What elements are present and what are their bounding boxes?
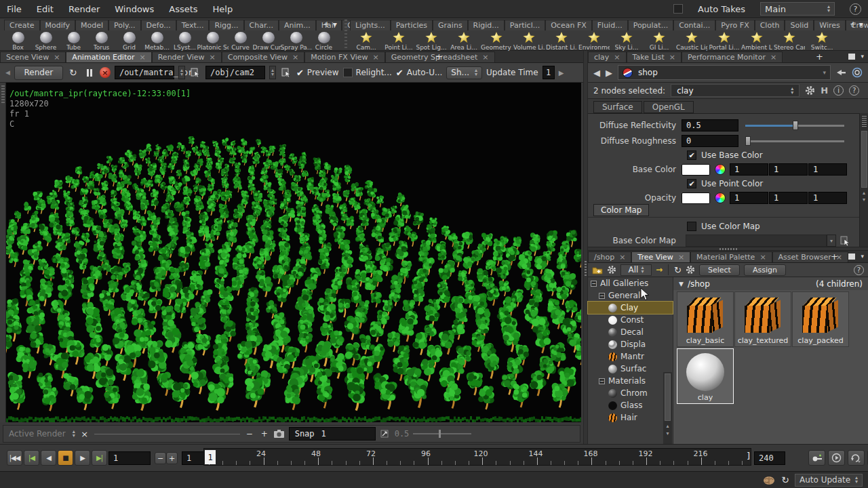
- diffuse-reflectivity-slider[interactable]: [745, 121, 844, 130]
- follow-selection-icon[interactable]: [852, 67, 863, 78]
- help-icon[interactable]: ?: [854, 265, 864, 275]
- shelf-tab[interactable]: Defo...: [141, 20, 176, 30]
- rop-spinner[interactable]: ▴▾: [178, 66, 185, 79]
- pane-tab[interactable]: Render View×: [152, 52, 222, 62]
- select-button[interactable]: Select: [699, 264, 740, 276]
- param-folder-tab[interactable]: OpenGL: [644, 101, 694, 113]
- shelf-tool[interactable]: Volume Li...: [513, 32, 545, 51]
- close-icon[interactable]: ×: [373, 53, 379, 62]
- increment-button[interactable]: +: [166, 452, 178, 464]
- tree-item[interactable]: Displa: [588, 338, 673, 350]
- tree-item[interactable]: Surfac: [588, 363, 673, 375]
- color-map-tab[interactable]: Color Map: [593, 204, 649, 216]
- shelf-tool[interactable]: Sky Li...: [610, 32, 643, 51]
- shelf-add-icon[interactable]: + ▾: [321, 20, 339, 29]
- material-tile-clay[interactable]: clay: [677, 348, 734, 404]
- shelf-tab[interactable]: Pyro FX: [715, 20, 755, 30]
- jump-to-start-button[interactable]: |◀◀: [7, 450, 22, 466]
- pane-tab[interactable]: Tree View×: [631, 251, 690, 262]
- pane-tab[interactable]: Material Palette×: [690, 251, 772, 262]
- color-component-field[interactable]: 1: [730, 192, 768, 204]
- gamma-value[interactable]: 0.5: [395, 429, 410, 439]
- shelf-tab[interactable]: Particles: [391, 20, 433, 30]
- close-icon[interactable]: ×: [760, 253, 766, 262]
- camera-spinner[interactable]: ▴▾: [269, 66, 276, 79]
- close-icon[interactable]: ×: [209, 53, 215, 62]
- collapse-tri-icon[interactable]: ▼: [679, 281, 684, 287]
- shelf-tool[interactable]: LSyst...: [171, 32, 199, 51]
- plane-select[interactable]: Active Render: [9, 429, 66, 439]
- shelf-tool[interactable]: Stereo Cam...: [773, 32, 806, 51]
- shelf-tool[interactable]: Torus: [87, 32, 115, 51]
- plane-spinner[interactable]: ▴▾: [73, 430, 75, 438]
- shelf-tab[interactable]: Cloth: [755, 20, 785, 30]
- shelf-tool[interactable]: Cam...: [350, 32, 382, 51]
- shelf-tool[interactable]: Draw Cur...: [254, 32, 282, 51]
- map-dropdown-icon[interactable]: ▾: [827, 235, 836, 247]
- shelf-tab[interactable]: Model: [75, 20, 108, 30]
- menu-item[interactable]: File: [7, 4, 22, 14]
- shelf-tool[interactable]: Point Li...: [382, 32, 415, 51]
- expand-icon[interactable]: ▶: [559, 69, 564, 77]
- shelf-tool[interactable]: Box: [4, 32, 32, 51]
- shelf-tab[interactable]: Contai...: [673, 20, 715, 30]
- close-icon[interactable]: ×: [619, 253, 625, 262]
- color-component-field[interactable]: 1: [769, 163, 808, 176]
- diffuse-roughness-slider[interactable]: [745, 136, 844, 146]
- timeline-ruler[interactable]: 24487296120144168192216 1 ]: [203, 448, 751, 466]
- zoom-out-icon[interactable]: −: [244, 428, 255, 439]
- shelf-tab[interactable]: Poly...: [108, 20, 140, 30]
- play-reverse-button[interactable]: ◀: [41, 450, 56, 466]
- tree-group[interactable]: −Materials: [588, 375, 673, 387]
- pane-menu-icon[interactable]: ▾: [861, 53, 864, 60]
- close-icon[interactable]: ×: [614, 53, 620, 62]
- shelf-tool[interactable]: GI Li...: [643, 32, 675, 51]
- rop-path-field[interactable]: /out/mantra_ipr: [115, 66, 174, 79]
- shelf-tab[interactable]: Solid: [785, 20, 814, 30]
- close-icon[interactable]: ×: [292, 53, 298, 62]
- preview-toggle[interactable]: ✔Preview: [296, 68, 339, 78]
- shelf-tab[interactable]: Text...: [176, 20, 210, 30]
- shelf-tool[interactable]: Environme...: [578, 32, 610, 51]
- color-component-field[interactable]: 1: [808, 192, 847, 204]
- tree-item[interactable]: Decal: [588, 326, 673, 338]
- close-icon[interactable]: ×: [482, 53, 488, 62]
- close-icon[interactable]: ×: [770, 53, 776, 62]
- tree-item[interactable]: Hair: [588, 411, 673, 424]
- info-icon[interactable]: i: [833, 85, 844, 96]
- shelf-tool[interactable]: Grid: [115, 32, 143, 51]
- shelf-tab[interactable]: Rigid...: [468, 20, 505, 30]
- update-time-value[interactable]: 1: [542, 66, 555, 79]
- shelf-tool[interactable]: Distant Li...: [545, 32, 578, 51]
- pane-tab[interactable]: Animation Editor×: [66, 52, 151, 62]
- shelf-tool[interactable]: Spot Lig...: [415, 32, 448, 51]
- shelf-tool[interactable]: Caustic Lig...: [675, 32, 708, 51]
- back-icon[interactable]: ◀: [593, 68, 600, 78]
- assign-button[interactable]: Assign: [744, 264, 786, 276]
- material-tile-clay-basic[interactable]: clay_basic: [677, 291, 734, 347]
- tree-group[interactable]: −General: [588, 289, 673, 302]
- stop-render-icon[interactable]: ×: [100, 67, 111, 78]
- param-folder-tab[interactable]: Surface: [593, 101, 642, 113]
- shelf-tool[interactable]: Area Li...: [448, 32, 480, 51]
- pane-tab[interactable]: Composite View×: [222, 52, 305, 62]
- shelf-tab[interactable]: Populat...: [628, 20, 674, 30]
- pane-tab[interactable]: Performance Monitor×: [682, 52, 783, 62]
- shelf-add-icon[interactable]: + ▾: [848, 20, 865, 29]
- collapse-icon[interactable]: ◀: [5, 69, 10, 76]
- frame-start-field[interactable]: 1: [108, 451, 151, 465]
- shelf-tool[interactable]: Metab...: [143, 32, 171, 51]
- help-icon[interactable]: ?: [849, 85, 859, 96]
- shelf-tab[interactable]: Anim...: [279, 20, 316, 30]
- shelf-tab[interactable]: Lights...: [350, 20, 391, 30]
- shelf-tool[interactable]: Platonic Sol...: [199, 32, 226, 51]
- gear-icon[interactable]: [607, 265, 616, 274]
- pane-tab[interactable]: Scene View×: [0, 52, 66, 62]
- take-select[interactable]: Main ▴▾: [760, 2, 835, 16]
- pane-maximize-icon[interactable]: [848, 54, 855, 60]
- set-keyframe-icon[interactable]: [808, 450, 825, 466]
- shelf-tab[interactable]: Rigg...: [209, 20, 243, 30]
- path-dropdown-icon[interactable]: ▾: [823, 69, 826, 76]
- relight-toggle[interactable]: Relight...: [343, 68, 392, 77]
- node-path-field[interactable]: shop ▾: [618, 65, 831, 80]
